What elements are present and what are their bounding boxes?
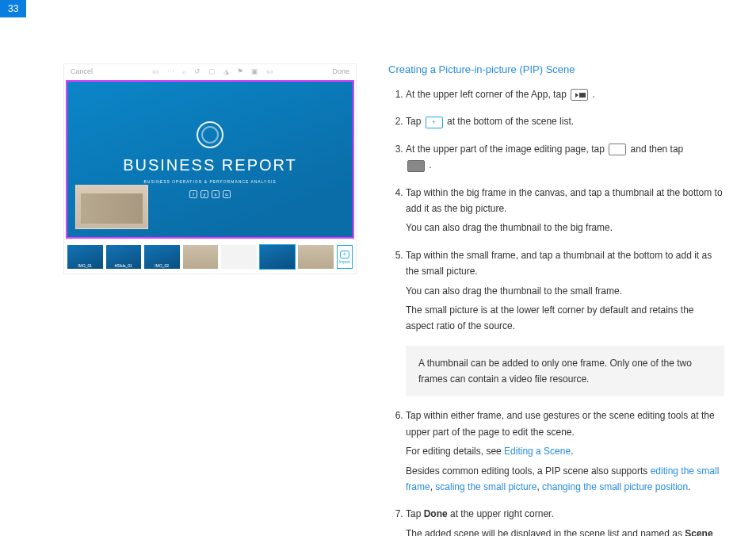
step-text: . <box>592 89 594 100</box>
step-text: Tap within either frame, and use gesture… <box>406 410 715 437</box>
editor-toolbar: Cancel ▭ ⋯ ⌕ ↺ ▢ ◮ ⚑ ▣ ▭ Done <box>64 64 356 78</box>
search-icon[interactable]: ⌕ <box>182 67 186 75</box>
social-icon: f <box>189 190 197 198</box>
thumbnail-row: IMG_01 #Slide_01 IMG_02 + Import <box>64 240 356 274</box>
social-row: f y x o <box>189 190 231 198</box>
cancel-button[interactable]: Cancel <box>71 67 93 75</box>
social-icon: x <box>212 190 220 198</box>
step-3: At the upper part of the image editing p… <box>406 141 724 174</box>
page-number-tab: 33 <box>0 0 26 17</box>
link-change-position[interactable]: changing the small picture position <box>542 481 688 492</box>
page-container: Cancel ▭ ⋯ ⌕ ↺ ▢ ◮ ⚑ ▣ ▭ Done <box>0 0 756 536</box>
step-text: Tap within the big frame in the canvas, … <box>406 187 723 214</box>
pip-small-frame[interactable] <box>75 185 148 229</box>
plus-icon: + <box>340 251 349 258</box>
thumbnail[interactable]: IMG_01 <box>67 245 103 269</box>
step-text: at the upper right corner. <box>448 508 554 519</box>
step-text: At the upper left corner of the App, tap <box>406 89 569 100</box>
step-text: For editing details, see Editing a Scene… <box>406 443 724 459</box>
instructions-column: Creating a Picture-in-picture (PIP) Scen… <box>388 63 724 536</box>
folder-icon[interactable]: ▢ <box>208 67 216 75</box>
step-5: Tap within the small frame, and tap a th… <box>406 247 724 335</box>
frame-icon[interactable]: ▣ <box>251 67 258 75</box>
editor-canvas[interactable]: BUSINESS REPORT BUSINESS OPERATION & PER… <box>66 80 354 239</box>
thumbnail[interactable] <box>298 245 334 269</box>
step-text: Besides common editing tools, a PIP scen… <box>406 463 724 496</box>
import-label: Import <box>339 259 350 264</box>
thumbnail-selected[interactable] <box>260 245 296 269</box>
filled-frame-icon <box>407 160 425 172</box>
section-title: Creating a Picture-in-picture (PIP) Scen… <box>388 63 724 75</box>
step-text: and then tap <box>631 144 684 155</box>
mirror-icon[interactable]: ◮ <box>223 67 229 75</box>
step-7: Tap Done at the upper right corner. The … <box>406 506 724 536</box>
thumbnail[interactable]: IMG_02 <box>144 245 180 269</box>
layout-icon[interactable]: ▭ <box>152 67 159 75</box>
camera-icon <box>571 89 588 101</box>
step-2: Tap + at the bottom of the scene list. <box>406 113 724 129</box>
logo-icon <box>197 121 223 148</box>
step-text: The small picture is at the lower left c… <box>406 302 724 335</box>
empty-frame-icon <box>609 144 626 155</box>
step-text: at the bottom of the scene list. <box>447 116 574 127</box>
link-scale-small-picture[interactable]: scaling the small picture <box>435 481 536 492</box>
step-text: Tap <box>406 508 424 519</box>
step-text: The added scene will be displayed in the… <box>406 526 724 536</box>
steps-list-cont: Tap within either frame, and use gesture… <box>388 408 724 536</box>
steps-list: At the upper left corner of the App, tap… <box>388 86 724 335</box>
link-editing-scene[interactable]: Editing a Scene <box>504 446 571 457</box>
step-6: Tap within either frame, and use gesture… <box>406 408 724 495</box>
flag-icon[interactable]: ⚑ <box>237 67 243 75</box>
done-button[interactable]: Done <box>332 67 349 75</box>
editor-window: Cancel ▭ ⋯ ⌕ ↺ ▢ ◮ ⚑ ▣ ▭ Done <box>63 63 357 274</box>
rotate-icon[interactable]: ↺ <box>194 67 200 75</box>
social-icon: y <box>200 190 208 198</box>
step-text: . <box>429 159 431 170</box>
import-button[interactable]: + Import <box>337 245 353 269</box>
note-box: A thumbnail can be added to only one fra… <box>406 346 724 397</box>
social-icon: o <box>223 190 231 198</box>
step-1: At the upper left corner of the App, tap… <box>406 86 724 102</box>
step-text: You can also drag the thumbnail to the b… <box>406 220 724 235</box>
plus-box-icon: + <box>426 117 443 128</box>
toolbar-tools: ▭ ⋯ ⌕ ↺ ▢ ◮ ⚑ ▣ ▭ <box>152 67 273 75</box>
thumbnail[interactable]: #Slide_01 <box>106 245 142 269</box>
chat-icon[interactable]: ⋯ <box>167 67 174 75</box>
thumbnail[interactable] <box>183 245 219 269</box>
step-4: Tap within the big frame in the canvas, … <box>406 185 724 236</box>
step-text: At the upper part of the image editing p… <box>406 144 607 155</box>
editor-figure: Cancel ▭ ⋯ ⌕ ↺ ▢ ◮ ⚑ ▣ ▭ Done <box>63 63 357 536</box>
rect-icon[interactable]: ▭ <box>266 67 273 75</box>
step-text: Tap within the small frame, and tap a th… <box>406 250 712 277</box>
step-text: You can also drag the thumbnail to the s… <box>406 283 724 299</box>
step-text: Tap <box>406 116 424 127</box>
thumbnail[interactable] <box>221 245 257 269</box>
canvas-title: BUSINESS REPORT <box>123 156 297 174</box>
done-label: Done <box>424 508 448 519</box>
canvas-subtitle: BUSINESS OPERATION & PERFORMANCE ANALYSI… <box>144 179 277 184</box>
